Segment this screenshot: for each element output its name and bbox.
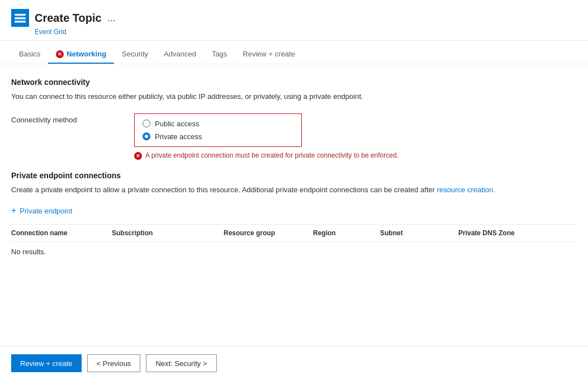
error-icon: ✕: [134, 152, 142, 160]
connectivity-error-msg: ✕ A private endpoint connection must be …: [134, 151, 577, 160]
previous-button[interactable]: < Previous: [87, 354, 141, 372]
col-header-subnet: Subnet: [380, 229, 458, 237]
table-header-row: Connection name Subscription Resource gr…: [11, 225, 577, 242]
radio-public-circle: [143, 120, 150, 127]
connectivity-label: Connectivity method: [11, 113, 123, 160]
radio-private-access[interactable]: Private access: [143, 132, 293, 141]
no-results-text: No results.: [11, 242, 577, 262]
private-endpoints-table: Connection name Subscription Resource gr…: [11, 224, 577, 262]
radio-group: Public access Private access: [134, 113, 302, 147]
svg-rect-2: [15, 21, 26, 23]
network-connectivity-desc: You can connect to this resource either …: [11, 91, 577, 102]
radio-public-access[interactable]: Public access: [143, 120, 293, 128]
header-ellipsis-button[interactable]: ...: [107, 12, 116, 24]
tab-review-create[interactable]: Review + create: [235, 45, 303, 64]
header-subtitle: Event Grid: [35, 28, 577, 36]
page-wrapper: Create Topic ... Event Grid Basics ✕ Net…: [0, 0, 588, 380]
tab-basics[interactable]: Basics: [11, 45, 48, 64]
svg-rect-0: [15, 14, 26, 16]
resource-creation-text: resource creation.: [437, 186, 495, 194]
private-endpoint-desc: Create a private endpoint to allow a pri…: [11, 184, 577, 196]
add-private-endpoint-button[interactable]: + Private endpoint: [11, 206, 577, 215]
resource-creation-link[interactable]: resource creation.: [437, 186, 495, 194]
tab-error-icon: ✕: [56, 50, 64, 58]
col-header-dns: Private DNS Zone: [458, 229, 577, 237]
error-text: A private endpoint connection must be cr…: [145, 151, 399, 159]
network-connectivity-title: Network connectivity: [11, 78, 577, 87]
tabs-bar: Basics ✕ Networking Security Advanced Ta…: [0, 45, 588, 64]
svg-rect-1: [15, 17, 26, 20]
page-footer: Review + create < Previous Next: Securit…: [0, 346, 588, 380]
col-header-subscription: Subscription: [112, 229, 224, 237]
radio-private-circle: [143, 132, 150, 140]
main-content: Network connectivity You can connect to …: [0, 64, 588, 346]
radio-private-label: Private access: [155, 132, 202, 141]
review-create-button[interactable]: Review + create: [11, 354, 82, 372]
page-title: Create Topic: [35, 12, 102, 25]
header-top: Create Topic ...: [11, 9, 577, 27]
private-desc-text: Create a private endpoint to allow a pri…: [11, 186, 435, 194]
tab-security[interactable]: Security: [114, 45, 156, 64]
event-grid-icon: [11, 9, 29, 27]
col-header-rg: Resource group: [224, 229, 313, 237]
plus-icon: +: [11, 206, 16, 215]
next-security-button[interactable]: Next: Security >: [146, 354, 216, 372]
add-private-endpoint-label: Private endpoint: [20, 207, 72, 215]
radio-public-label: Public access: [155, 120, 199, 128]
page-header: Create Topic ... Event Grid: [0, 0, 588, 41]
private-endpoint-title: Private endpoint connections: [11, 171, 577, 180]
tab-advanced[interactable]: Advanced: [156, 45, 204, 64]
connectivity-form-row: Connectivity method Public access Privat…: [11, 113, 577, 160]
tab-tags[interactable]: Tags: [204, 45, 235, 64]
tab-networking[interactable]: ✕ Networking: [48, 45, 114, 64]
col-header-region: Region: [313, 229, 380, 237]
tab-networking-label: Networking: [67, 50, 106, 58]
connectivity-control: Public access Private access ✕ A private…: [134, 113, 577, 160]
col-header-name: Connection name: [11, 229, 112, 237]
